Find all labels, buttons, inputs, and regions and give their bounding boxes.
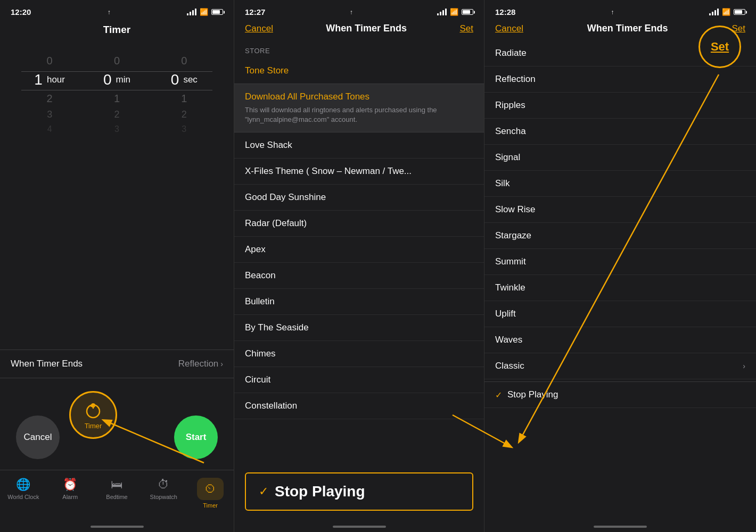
- tone-silk[interactable]: Silk: [484, 171, 756, 197]
- mins-3: 2: [83, 109, 150, 120]
- bar3: [192, 10, 194, 15]
- timer-tab-label: Timer: [203, 502, 218, 509]
- nav-title-2: When Timer Ends: [326, 23, 407, 34]
- tone-constellation[interactable]: Constellation: [234, 393, 484, 419]
- tone-beacon[interactable]: Beacon: [234, 263, 484, 289]
- download-all-label: Download All Purchased Tones: [245, 92, 473, 102]
- tone-slow-rise[interactable]: Slow Rise: [484, 197, 756, 223]
- tone-chimes[interactable]: Chimes: [234, 341, 484, 367]
- mins-4: 3: [83, 124, 150, 134]
- tone-apex[interactable]: Apex: [234, 237, 484, 263]
- tone-stargaze[interactable]: Stargaze: [484, 223, 756, 249]
- download-all-item[interactable]: Download All Purchased Tones This will d…: [234, 84, 484, 132]
- set-nav-2[interactable]: Set: [459, 23, 473, 34]
- tab-timer[interactable]: ⏲ Timer: [187, 476, 234, 511]
- tone-classic[interactable]: Classic ›: [484, 353, 756, 379]
- status-right-1: 📶: [187, 8, 223, 16]
- stop-playing-checkmark: ✓: [259, 485, 268, 498]
- signal-bars-3: [709, 9, 719, 15]
- stop-playing-check-3: ✓: [495, 390, 502, 400]
- tone-reflection[interactable]: Reflection: [484, 66, 756, 93]
- tone-love-shack[interactable]: Love Shack: [234, 132, 484, 159]
- start-button[interactable]: Start: [174, 415, 218, 459]
- battery-3: [734, 9, 745, 15]
- wifi-icon-3: 📶: [722, 8, 730, 16]
- secs-2: 1: [151, 93, 218, 105]
- battery-1: [211, 9, 223, 15]
- time-picker[interactable]: 0 0 0 1 hour 0 min 0 sec: [0, 55, 234, 134]
- home-indicator-3: [484, 521, 756, 532]
- when-timer-ends-row[interactable]: When Timer Ends Reflection ›: [0, 350, 234, 378]
- status-right-3: 📶: [709, 8, 745, 16]
- tab-alarm[interactable]: ⏰ Alarm: [47, 476, 94, 511]
- screen-when-timer-ends-2: 12:28 ↑ 📶 Cancel When Timer Ends Set Rad…: [484, 0, 756, 532]
- world-clock-icon: 🌐: [16, 478, 30, 492]
- tone-ripples[interactable]: Ripples: [484, 93, 756, 119]
- stopwatch-icon: ⏱: [158, 478, 169, 492]
- store-header: STORE: [234, 40, 484, 58]
- hour-unit: hour: [47, 74, 65, 85]
- timer-title: Timer: [0, 21, 234, 44]
- secs-4: 3: [151, 124, 218, 134]
- wifi-icon-2: 📶: [450, 8, 458, 16]
- cancel-button[interactable]: Cancel: [16, 415, 60, 459]
- hours-top: 0: [16, 55, 83, 67]
- alarm-icon: ⏰: [63, 478, 77, 492]
- chevron-icon: ›: [220, 360, 223, 368]
- tone-twinkle[interactable]: Twinkle: [484, 275, 756, 301]
- tab-bedtime[interactable]: 🛏 Bedtime: [94, 476, 141, 511]
- stop-playing-text: Stop Playing: [275, 483, 365, 500]
- world-clock-label: World Clock: [7, 494, 39, 500]
- location-arrow-3: ↑: [611, 9, 614, 16]
- tone-stop-playing-3[interactable]: ✓ Stop Playing: [484, 381, 756, 408]
- tone-uplift[interactable]: Uplift: [484, 301, 756, 327]
- tone-store-item[interactable]: Tone Store: [234, 58, 484, 84]
- tone-radar[interactable]: Radar (Default): [234, 211, 484, 237]
- hours-2: 2: [16, 93, 83, 105]
- time-1: 12:20: [11, 7, 31, 16]
- bar2: [190, 12, 191, 15]
- set-nav-3[interactable]: Set: [732, 23, 745, 34]
- battery-2: [462, 9, 473, 15]
- tab-stopwatch[interactable]: ⏱ Stopwatch: [140, 476, 187, 511]
- tone-bulletin[interactable]: Bulletin: [234, 289, 484, 315]
- tab-bar-1: 🌐 World Clock ⏰ Alarm 🛏 Bedtime ⏱ Stopwa…: [0, 470, 234, 521]
- sec-selected: 0: [171, 71, 179, 88]
- when-timer-value: Reflection ›: [178, 359, 223, 369]
- stopwatch-label: Stopwatch: [150, 494, 177, 500]
- mins-2: 1: [83, 93, 150, 105]
- timer-tab-icon: ⏲: [204, 482, 216, 495]
- tone-sencha[interactable]: Sencha: [484, 119, 756, 145]
- bedtime-icon: 🛏: [111, 478, 122, 492]
- secs-top: 0: [151, 55, 218, 67]
- tone-store-label: Tone Store: [245, 65, 473, 76]
- nav-title-3: When Timer Ends: [587, 23, 668, 34]
- when-timer-label: When Timer Ends: [11, 359, 83, 369]
- tab-world-clock[interactable]: 🌐 World Clock: [0, 476, 47, 511]
- wifi-icon-1: 📶: [200, 8, 208, 16]
- cancel-nav-3[interactable]: Cancel: [495, 23, 523, 34]
- tone-by-the-seaside[interactable]: By The Seaside: [234, 315, 484, 341]
- min-selected: 0: [103, 71, 112, 88]
- tone-summit[interactable]: Summit: [484, 249, 756, 275]
- tone-signal[interactable]: Signal: [484, 145, 756, 171]
- tone-list-3: Radiate Reflection Ripples Sencha Signal…: [484, 40, 756, 521]
- tone-radiate[interactable]: Radiate: [484, 40, 756, 66]
- stop-playing-box[interactable]: ✓ Stop Playing: [245, 472, 473, 511]
- timer-buttons: Cancel Start: [0, 394, 234, 470]
- location-arrow-2: ↑: [350, 9, 353, 16]
- tone-list-2: Love Shack X-Files Theme ( Snow – Newman…: [234, 132, 484, 462]
- tone-good-day[interactable]: Good Day Sunshine: [234, 185, 484, 211]
- signal-bars-1: [187, 9, 196, 15]
- screen-when-timer-ends-1: 12:27 ↑ 📶 Cancel When Timer Ends Set STO…: [234, 0, 484, 532]
- classic-row: Classic: [495, 361, 524, 371]
- screen-timer: 12:20 ↑ 📶 Timer 0 0 0: [0, 0, 234, 532]
- cancel-nav-2[interactable]: Cancel: [245, 23, 273, 34]
- tone-x-files[interactable]: X-Files Theme ( Snow – Newman / Twe...: [234, 159, 484, 185]
- status-bar-1: 12:20 ↑ 📶: [0, 0, 234, 21]
- tone-circuit[interactable]: Circuit: [234, 367, 484, 393]
- time-3: 12:28: [495, 7, 515, 16]
- mins-top: 0: [83, 55, 150, 67]
- hours-4: 4: [16, 124, 83, 134]
- tone-waves[interactable]: Waves: [484, 327, 756, 353]
